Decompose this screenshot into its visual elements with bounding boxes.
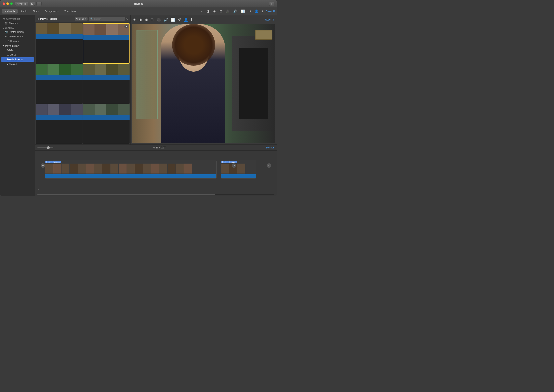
audio-levels-icon[interactable]: 📊 (240, 9, 246, 14)
stabilize-icon[interactable]: ↺ (247, 9, 252, 14)
clip-3[interactable] (36, 64, 83, 104)
clip-4[interactable] (83, 64, 130, 104)
all-clips-label: All Clips (76, 18, 84, 20)
person-preview-icon[interactable]: 👤 (184, 18, 188, 22)
iphoto-icon: ✦ (5, 35, 7, 38)
clip-main-audio (45, 174, 216, 178)
sidebar-item-10-20-15[interactable]: 10-20-15 (1, 53, 34, 57)
color-balance-icon[interactable]: ◑ (206, 9, 210, 14)
skip-clip-end-button[interactable]: ⏭ (267, 163, 271, 168)
skip-end-button[interactable]: ⏭ (232, 163, 236, 168)
project-media-label: PROJECT MEDIA (0, 17, 35, 21)
sidebar: PROJECT MEDIA 🎬 Themes LIBRARIES 📷 Photo… (0, 15, 35, 196)
info-preview-icon[interactable]: ℹ (191, 18, 192, 22)
crop-preview-icon[interactable]: ⊡ (151, 18, 154, 22)
video-preview-icon[interactable]: 🎥 (156, 18, 161, 22)
browser-toggle-button[interactable]: ⊞ (30, 2, 35, 6)
clip-1[interactable] (36, 23, 83, 64)
titlebar: ‹ Projects ⊞ ↓ Themes ⬆ (0, 0, 277, 7)
clip-secondary-label: 5.2s – Themes (221, 161, 237, 163)
preview-panel: ✦ ◑ ◉ ⊡ 🎥 🔊 📊 ↺ 👤 ℹ Reset All (131, 15, 277, 144)
timeline-clip-secondary[interactable]: 5.2s – Themes (221, 161, 256, 178)
music-icon: ♪ (37, 188, 39, 191)
clip-2[interactable]: + (83, 23, 130, 64)
download-button[interactable]: ↓ (36, 2, 42, 6)
color-correction-icon[interactable]: ◉ (212, 9, 217, 14)
timeline-clip-main[interactable]: 8.0s – Themes (45, 161, 217, 178)
crop-icon[interactable]: ⊡ (218, 9, 223, 14)
back-to-projects-button[interactable]: ‹ Projects (15, 2, 28, 6)
sidebar-item-themes[interactable]: 🎬 Themes (1, 21, 34, 26)
reset-all-preview-button[interactable]: Reset All (265, 18, 274, 21)
events-icon: ✦ (5, 40, 7, 42)
preview-toolbar: ✦ ◑ ◉ ⊡ 🎥 🔊 📊 ↺ 👤 ℹ Reset All (131, 15, 277, 24)
timeline-settings-button[interactable]: Settings (266, 146, 274, 149)
toolbar-right: ✦ ◑ ◉ ⊡ 🎥 🔊 📊 ↺ 👤 ℹ Reset All (200, 9, 275, 14)
browser-title: iMovie Tutorial (40, 18, 73, 20)
sidebar-item-6-9-14[interactable]: 6-9-14 (1, 48, 34, 53)
main-track: 8.0s – Themes (45, 161, 265, 178)
share-button[interactable]: ⬆ (269, 2, 274, 6)
search-icon: 🔍 (90, 18, 93, 20)
download-icon: ↓ (38, 2, 40, 5)
gear-icon[interactable]: ⚙ (126, 17, 129, 21)
skip-clip-end-icon: ⏭ (268, 165, 270, 167)
window-title: Themes (133, 2, 143, 5)
maximize-button[interactable] (10, 2, 13, 5)
expand-icon[interactable]: ⊞ (37, 17, 39, 21)
info-icon[interactable]: ℹ (261, 9, 264, 14)
stabilize-preview-icon[interactable]: ↺ (178, 18, 181, 22)
audio-icon[interactable]: 🔊 (232, 9, 238, 14)
media-tabs: My Media Audio Titles Backgrounds Transi… (2, 9, 199, 14)
levels-preview-icon[interactable]: 📊 (171, 18, 175, 22)
timeline-scrollbar[interactable] (37, 194, 274, 196)
main-layout: PROJECT MEDIA 🎬 Themes LIBRARIES 📷 Photo… (0, 15, 277, 196)
magic-wand-icon[interactable]: ✦ (200, 9, 204, 14)
photos-icon: 📷 (5, 31, 8, 33)
grid-icon: ⊞ (31, 2, 33, 5)
reset-all-button[interactable]: Reset All (266, 10, 275, 13)
video-settings-icon[interactable]: 🎥 (225, 9, 231, 14)
minimize-button[interactable] (6, 2, 9, 5)
search-input[interactable] (94, 18, 124, 20)
media-browser: ⊞ iMovie Tutorial All Clips ▼ 🔍 ⚙ (35, 15, 131, 144)
browser-header: ⊞ iMovie Tutorial All Clips ▼ 🔍 ⚙ (35, 15, 130, 22)
timecode-display: 0:25 / 0:57 (53, 146, 266, 149)
sidebar-item-photos-library[interactable]: 📷 Photos Library (1, 30, 34, 34)
main-toolbar: My Media Audio Titles Backgrounds Transi… (0, 7, 277, 15)
libraries-label: LIBRARIES (0, 26, 35, 30)
sidebar-item-imovie-tutorial[interactable]: iMovie Tutorial (1, 57, 34, 62)
zoom-handle[interactable] (47, 146, 50, 149)
tab-audio[interactable]: Audio (18, 9, 30, 14)
zoom-slider[interactable] (37, 147, 53, 148)
palette-preview-icon[interactable]: ◉ (145, 18, 148, 22)
audio-preview-icon[interactable]: 🔊 (164, 18, 168, 22)
sidebar-item-imovie-library[interactable]: ▾ iMovie Library (0, 44, 35, 48)
skip-start-button[interactable]: ⏮ (41, 163, 45, 168)
tab-backgrounds[interactable]: Backgrounds (42, 9, 61, 14)
tab-titles[interactable]: Titles (30, 9, 41, 14)
clip-6[interactable] (83, 104, 130, 144)
sidebar-item-my-movie[interactable]: My Movie (1, 62, 34, 66)
timeline-area: 0:25 / 0:57 Settings 8.0s – Themes (35, 144, 277, 196)
color-preview-icon[interactable]: ◑ (139, 18, 142, 22)
portrait-icon[interactable]: 👤 (253, 9, 259, 14)
timeline-header: 0:25 / 0:57 Settings (35, 145, 277, 151)
sidebar-item-all-events[interactable]: ✦ All Events (1, 39, 34, 43)
clip-main-frames (45, 164, 216, 174)
sidebar-item-iphoto-library[interactable]: ✦ iPhoto Library (1, 35, 34, 39)
clip-5[interactable] (36, 104, 83, 144)
magic-wand-preview-icon[interactable]: ✦ (133, 18, 136, 22)
tab-my-media[interactable]: My Media (2, 9, 18, 14)
timeline-content: 8.0s – Themes (35, 151, 277, 193)
timeline-scrollbar-thumb[interactable] (37, 194, 215, 196)
add-clip-button[interactable]: + (124, 24, 128, 28)
share-icon: ⬆ (271, 2, 273, 5)
video-preview-area (132, 24, 275, 143)
all-clips-dropdown[interactable]: All Clips ▼ (75, 17, 88, 21)
clip-grid: + (35, 22, 130, 144)
skip-end-icon: ⏭ (233, 165, 235, 167)
zoom-controls (37, 147, 53, 148)
tab-transitions[interactable]: Transitions (62, 9, 79, 14)
close-button[interactable] (3, 2, 5, 5)
